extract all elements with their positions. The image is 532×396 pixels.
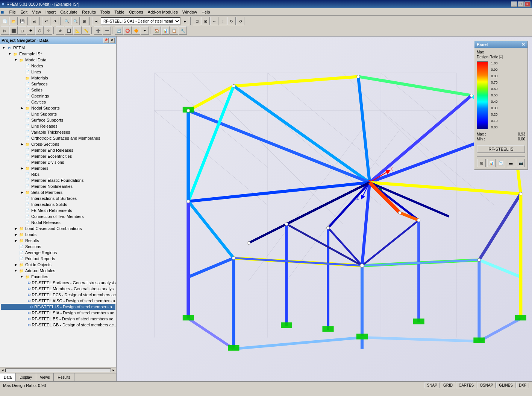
- tb-r2-13[interactable]: 🔄: [115, 26, 123, 35]
- tb-r2-12[interactable]: ➖: [103, 26, 111, 35]
- tree-surface-supports[interactable]: 📄 Surface Supports: [1, 117, 115, 123]
- tree-intersections-surfaces[interactable]: 📄 Intersections of Surfaces: [1, 195, 115, 201]
- menu-calculate[interactable]: Calculate: [58, 9, 80, 15]
- tree-member-end-releases[interactable]: 📄 Member End Releases: [1, 147, 115, 153]
- tb-r2-3[interactable]: ◻: [18, 26, 26, 35]
- zoom-out-btn[interactable]: 🔍: [71, 17, 80, 25]
- tree-member-eccentricities[interactable]: 📄 Member Eccentricities: [1, 153, 115, 159]
- tree-rf-steel-bs[interactable]: ⚙ RF-STEEL BS - Design of steel members …: [1, 316, 115, 322]
- tb5[interactable]: ⟳: [227, 17, 236, 25]
- tb-r2-14[interactable]: ⭕: [123, 26, 132, 35]
- status-cartes[interactable]: CARTES: [456, 382, 476, 388]
- panel-bar-icon[interactable]: ▬: [507, 159, 515, 167]
- status-osnap[interactable]: OSNAP: [477, 382, 496, 388]
- tb-r2-5[interactable]: ⬡: [35, 26, 44, 35]
- status-snap[interactable]: SNAP: [424, 382, 440, 388]
- status-dxf[interactable]: DXF: [516, 382, 529, 388]
- nav-close-btn[interactable]: ✕: [109, 38, 115, 43]
- tree-rf-steel-sia[interactable]: ⚙ RF-STEEL SIA - Design of steel members…: [1, 310, 115, 316]
- tree-model-data[interactable]: ▼ 📁 Model Data: [1, 57, 115, 63]
- tb-r2-19[interactable]: 📋: [170, 26, 178, 35]
- tree-surfaces[interactable]: 📄 Surfaces: [1, 81, 115, 87]
- tb-r2-9[interactable]: 📐: [73, 26, 82, 35]
- tree-line-releases[interactable]: 📄 Line Releases: [1, 123, 115, 129]
- tree-line-supports[interactable]: 📄 Line Supports: [1, 111, 115, 117]
- scroll-left-btn[interactable]: ◄: [0, 368, 5, 373]
- tree-rf-steel-aisc[interactable]: ⚙ RF-STEEL AISC - Design of steel member…: [1, 298, 115, 304]
- tree-results[interactable]: ▶ 📁 Results: [1, 238, 115, 244]
- tree-fe-mesh[interactable]: 📄 FE Mesh Refinements: [1, 207, 115, 213]
- tb3[interactable]: ↔: [210, 17, 218, 25]
- tree-connection[interactable]: 📄 Connection of Two Members: [1, 213, 115, 219]
- tree-loads[interactable]: ▶ 📁 Loads: [1, 232, 115, 238]
- redo-btn[interactable]: ↷: [51, 17, 59, 25]
- restore-btn[interactable]: □: [518, 2, 524, 7]
- tree-average-regions[interactable]: 📄 Average Regions: [1, 250, 115, 256]
- tb-r2-1[interactable]: ▷: [1, 26, 9, 35]
- tree-cavities[interactable]: 📄 Cavities: [1, 99, 115, 105]
- scroll-right-btn[interactable]: ►: [111, 368, 116, 373]
- tb-r2-18[interactable]: 📊: [161, 26, 170, 35]
- tree-sections[interactable]: 📄 Sections: [1, 244, 115, 250]
- tb-r2-11[interactable]: ➕: [94, 26, 102, 35]
- tree-rf-steel-gb[interactable]: ⚙ RF-STEEL GB - Design of steel members …: [1, 322, 115, 328]
- tb4[interactable]: ↕: [219, 17, 227, 25]
- open-btn[interactable]: 📂: [9, 17, 18, 25]
- menu-edit[interactable]: Edit: [18, 9, 30, 15]
- tab-results[interactable]: Results: [54, 373, 74, 381]
- tree-nodes[interactable]: 📄 Nodes: [1, 63, 115, 69]
- tb-r2-10[interactable]: 📏: [82, 26, 90, 35]
- tb6[interactable]: ⟲: [236, 17, 244, 25]
- tb-r2-16[interactable]: ✦: [141, 26, 149, 35]
- tree-member-nonlin[interactable]: 📄 Member Nonlinearities: [1, 183, 115, 189]
- tb-r2-2[interactable]: ⬛: [9, 26, 18, 35]
- tree-nodal-releases[interactable]: 📄 Nodal Releases: [1, 219, 115, 225]
- tb1[interactable]: ⊡: [193, 17, 201, 25]
- tree-rf-steel-surfaces[interactable]: ⚙ RF-STEEL Surfaces - General stress ana…: [1, 280, 115, 286]
- tree-materials[interactable]: 📁 Materials: [1, 75, 115, 81]
- tree-member-divisions[interactable]: 📄 Member Divisions: [1, 159, 115, 165]
- menu-options[interactable]: Options: [127, 9, 146, 15]
- menu-tools[interactable]: Tools: [98, 9, 112, 15]
- panel-line-icon[interactable]: 📉: [497, 159, 505, 167]
- menu-table[interactable]: Table: [112, 9, 127, 15]
- status-glines[interactable]: GLINES: [496, 382, 515, 388]
- zoom-all-btn[interactable]: ⊞: [80, 17, 88, 25]
- save-btn[interactable]: 💾: [18, 17, 26, 25]
- panel-table-icon[interactable]: ⊞: [477, 159, 486, 167]
- menu-view[interactable]: View: [30, 9, 43, 15]
- undo-btn[interactable]: ↶: [42, 17, 50, 25]
- tree-rf-steel-members[interactable]: ⚙ RF-STEEL Members - General stress anal…: [1, 286, 115, 292]
- tree-root-rfem[interactable]: ▼ R RFEM: [1, 45, 115, 51]
- tree-ribs[interactable]: 📄 Ribs: [1, 171, 115, 177]
- tree-openings[interactable]: 📄 Openings: [1, 93, 115, 99]
- tree-favorites[interactable]: ▼ 📁 Favorites: [1, 274, 115, 280]
- tree-nodal-supports[interactable]: ▶ 📁 Nodal Supports: [1, 105, 115, 111]
- tree-orthotropic[interactable]: 📄 Orthotropic Surfaces and Membranes: [1, 135, 115, 141]
- tb-r2-8[interactable]: 🔲: [65, 26, 73, 35]
- case-selector[interactable]: RF-STEEL IS CA1 - Design of steel meml: [101, 17, 180, 25]
- panel-chart-icon[interactable]: 📊: [487, 159, 496, 167]
- close-btn[interactable]: ✕: [524, 2, 530, 7]
- menu-help[interactable]: Help: [199, 9, 212, 15]
- tree-example[interactable]: ▼ 📁 Example IS*: [1, 51, 115, 57]
- tb-r2-4[interactable]: ✚: [27, 26, 35, 35]
- next-case-btn[interactable]: ►: [181, 17, 189, 25]
- prev-case-btn[interactable]: ◄: [92, 17, 100, 25]
- new-btn[interactable]: 📄: [1, 17, 9, 25]
- tree-solids[interactable]: 📄 Solids: [1, 87, 115, 93]
- tree-printout-reports[interactable]: 📄 Printout Reports: [1, 256, 115, 262]
- panel-camera-icon[interactable]: 📷: [517, 159, 525, 167]
- tree-rf-steel-is[interactable]: ⚙ RF-STEEL IS - Design of steel members …: [1, 304, 115, 310]
- viewport-3d[interactable]: Max Design Ratio [-] RF-STEEL IS CA1 - D…: [117, 37, 532, 381]
- minimize-btn[interactable]: _: [511, 2, 517, 7]
- nav-pin-btn[interactable]: 📌: [103, 38, 109, 43]
- tree-member-elastic[interactable]: 📄 Member Elastic Foundations: [1, 177, 115, 183]
- tree-members[interactable]: ▶ 📁 Members: [1, 165, 115, 171]
- menu-file[interactable]: File: [7, 9, 18, 15]
- tree-intersections-solids[interactable]: 📄 Intersections Solids: [1, 201, 115, 207]
- tree-variable-thick[interactable]: 📄 Variable Thicknesses: [1, 129, 115, 135]
- menu-window[interactable]: Window: [180, 9, 199, 15]
- tree-cross-sections[interactable]: ▶ 📁 Cross-Sections: [1, 141, 115, 147]
- tab-data[interactable]: Data: [0, 373, 16, 381]
